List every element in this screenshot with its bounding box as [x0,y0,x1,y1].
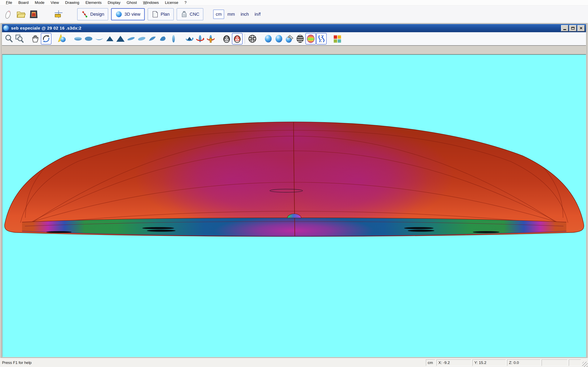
menu-bar: File Board Mode View Drawing Elements Di… [0,0,588,6]
status-empty-2 [569,359,581,366]
minimize-button[interactable] [561,25,568,31]
view-perspective-2-icon[interactable] [136,33,147,44]
window-title: seb especiale @ 29 02 16 .s3dx:2 [11,26,560,31]
flip-board-icon[interactable] [205,33,216,44]
unit-mm[interactable]: mm [225,9,237,19]
zoom-window-icon[interactable] [14,33,25,44]
title-bar: seb especiale @ 29 02 16 .s3dx:2 × [2,24,586,32]
status-y-coordinate: Y: 15.2 [472,359,506,366]
symmetry-curves-icon[interactable] [316,33,327,44]
3d-view-label: 3D view [124,12,140,17]
color-squares-icon[interactable] [332,33,343,44]
status-help-text: Press F1 for help [0,360,426,365]
paint-sphere-icon[interactable] [284,33,295,44]
viewport-3d[interactable] [2,54,586,357]
unit-cm[interactable]: cm [213,9,224,19]
menu-board[interactable]: Board [15,0,32,5]
view-perspective-4-icon[interactable] [158,33,168,44]
unit-inch[interactable]: inch [238,9,251,19]
band-center-fan [214,216,374,245]
spin-board-icon[interactable] [195,33,205,44]
menu-mode[interactable]: Mode [32,0,48,5]
plan-button[interactable]: Plan [148,8,174,20]
board-3d-render [2,55,586,357]
rainbow-map-icon[interactable] [305,33,316,44]
menu-drawing[interactable]: Drawing [62,0,82,5]
document-window: seb especiale @ 29 02 16 .s3dx:2 × [1,23,587,358]
zoom-icon[interactable] [4,33,14,44]
close-button[interactable]: × [577,25,585,31]
wireframe-globe-icon[interactable] [247,33,258,44]
plan-label: Plan [161,12,170,17]
status-bar: Press F1 for help cm X: -9.2 Y: 15.2 Z: … [0,358,588,367]
menu-windows[interactable]: Windows [140,0,162,5]
menu-license[interactable]: License [162,0,182,5]
3d-view-button[interactable]: 3D view [111,8,145,20]
cnc-label: CNC [190,12,199,17]
main-toolbar: Design 3D view Plan CNC cm mm inch in/f [0,6,588,23]
menu-ghost[interactable]: Ghost [123,0,140,5]
light-icon[interactable] [57,33,67,44]
view-perspective-1-icon[interactable] [126,33,136,44]
new-board-icon[interactable] [2,8,15,21]
menu-help[interactable]: ? [181,0,190,5]
status-empty-1 [542,359,568,366]
shaded-sphere-icon[interactable] [263,33,274,44]
menu-view[interactable]: View [48,0,62,5]
open-folder-icon[interactable] [15,8,27,21]
menu-display[interactable]: Display [105,0,123,5]
window-sphere-icon[interactable] [3,25,9,31]
maximize-button[interactable] [569,25,577,31]
cnc-button[interactable]: CNC [177,8,204,20]
minimize-icon [563,29,566,30]
design-label: Design [90,12,104,17]
status-x-coordinate: X: -9.2 [437,359,471,366]
view-upright-icon[interactable] [168,33,179,44]
menu-elements[interactable]: Elements [82,0,104,5]
rotate-object-icon[interactable] [184,33,195,44]
view-top-icon[interactable] [73,33,83,44]
rotate-3d-icon[interactable] [41,33,52,44]
pan-hand-icon[interactable] [30,33,41,44]
view-bottom-icon[interactable] [83,33,94,44]
save-icon[interactable] [27,8,40,21]
stripes-sphere-icon[interactable] [295,33,305,44]
unit-inf[interactable]: in/f [252,9,263,19]
view-side-icon[interactable] [94,33,104,44]
status-unit: cm [426,359,435,366]
rings-red-icon[interactable] [232,33,242,44]
design-button[interactable]: Design [77,8,108,20]
shaded-sphere-2-icon[interactable] [274,33,284,44]
status-z-coordinate: Z: 0.0 [507,359,540,366]
view-perspective-3-icon[interactable] [147,33,158,44]
rings-icon[interactable] [221,33,232,44]
view-front-icon[interactable] [104,33,115,44]
view-back-icon[interactable] [115,33,126,44]
measure-icon[interactable] [52,8,65,21]
view-toolbar [2,32,586,46]
maximize-icon [571,27,575,30]
menu-file[interactable]: File [3,0,15,5]
resize-grip[interactable] [582,362,588,367]
close-icon: × [580,26,582,31]
units-group: cm mm inch in/f [213,9,263,19]
